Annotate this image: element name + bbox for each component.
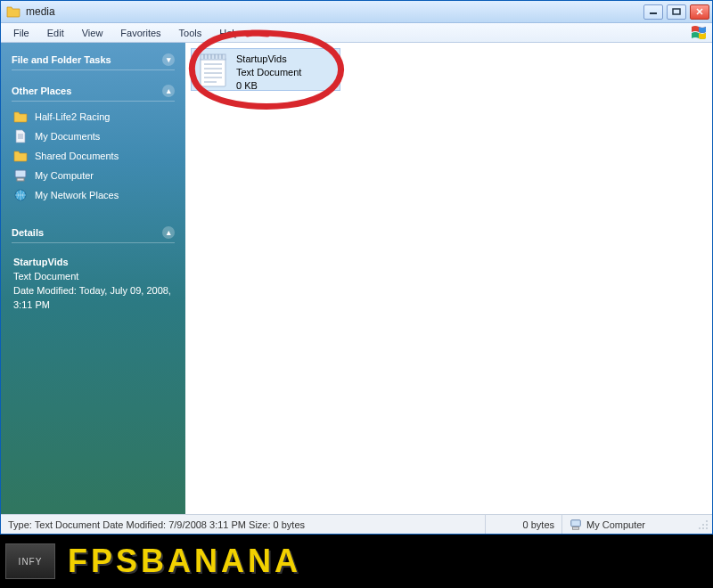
sidebar-item-label: Half-Life2 Racing — [35, 111, 110, 122]
sidebar-header-places[interactable]: Other Places ▴ — [12, 85, 175, 102]
status-left: Type: Text Document Date Modified: 7/9/2… — [1, 515, 486, 534]
menu-help[interactable]: Help — [210, 25, 249, 41]
document-icon — [13, 129, 28, 143]
menu-view[interactable]: View — [73, 25, 112, 41]
status-location: My Computer — [562, 515, 696, 534]
svg-rect-19 — [573, 527, 579, 529]
sidebar-item-mydocuments[interactable]: My Documents — [12, 127, 175, 146]
sidebar-item-label: My Network Places — [35, 190, 119, 200]
folder-icon — [13, 149, 28, 163]
svg-rect-18 — [571, 519, 581, 526]
sidebar-item-hl2racing[interactable]: Half-Life2 Racing — [12, 107, 175, 127]
sidebar-item-label: My Computer — [35, 170, 94, 181]
network-icon — [13, 188, 28, 202]
title-bar[interactable]: media — [1, 1, 712, 23]
status-bar: Type: Text Document Date Modified: 7/9/2… — [1, 514, 712, 534]
sidebar-section-tasks: File and Folder Tasks ▾ — [1, 48, 185, 79]
sidebar-item-label: My Documents — [35, 131, 100, 142]
sidebar-header-details[interactable]: Details ▴ — [12, 226, 175, 243]
chevron-up-icon: ▴ — [162, 85, 175, 97]
svg-rect-0 — [650, 12, 657, 14]
footer-brand: FPSBANANA — [68, 543, 301, 580]
chevron-down-icon: ▾ — [162, 53, 175, 66]
svg-point-25 — [706, 527, 708, 529]
sidebar-header-label: Details — [12, 227, 44, 238]
details-file-name: StartupVids — [13, 256, 173, 270]
sidebar-header-tasks[interactable]: File and Folder Tasks ▾ — [12, 53, 175, 70]
menu-tools[interactable]: Tools — [170, 25, 211, 41]
computer-icon — [570, 519, 582, 531]
folder-icon — [6, 4, 20, 19]
sidebar-panel: File and Folder Tasks ▾ Other Places ▴ H… — [1, 43, 185, 514]
menu-file[interactable]: File — [4, 25, 38, 41]
sidebar-details-content: StartupVids Text Document Date Modified:… — [1, 252, 185, 316]
menu-favorites[interactable]: Favorites — [111, 25, 169, 41]
sidebar-header-label: Other Places — [12, 86, 71, 96]
svg-point-21 — [702, 524, 704, 526]
text-document-icon — [197, 53, 229, 88]
window-title: media — [26, 5, 643, 18]
file-list-area[interactable]: StartupVids Text Document 0 KB — [185, 43, 712, 514]
minimize-button[interactable] — [643, 4, 663, 20]
window-body: File and Folder Tasks ▾ Other Places ▴ H… — [1, 43, 712, 514]
window-controls — [643, 4, 709, 20]
sidebar-item-network[interactable]: My Network Places — [12, 185, 175, 205]
status-bytes: 0 bytes — [486, 515, 562, 534]
svg-rect-2 — [15, 170, 26, 177]
close-button[interactable] — [690, 4, 709, 20]
svg-point-23 — [699, 527, 701, 529]
sidebar-item-label: Shared Documents — [35, 151, 119, 161]
svg-rect-1 — [673, 9, 680, 14]
folder-icon — [13, 110, 28, 124]
details-file-type: Text Document — [13, 270, 173, 284]
footer-banner: INFY FPSBANANA — [0, 535, 713, 588]
sidebar-places-list: Half-Life2 Racing My Documents Shared Do… — [12, 107, 175, 205]
svg-point-22 — [706, 524, 708, 526]
footer-badge: INFY — [5, 543, 55, 579]
chevron-up-icon: ▴ — [162, 226, 175, 239]
sidebar-section-details: Details ▴ — [1, 221, 185, 252]
sidebar-item-mycomputer[interactable]: My Computer — [12, 166, 175, 185]
status-location-label: My Computer — [586, 519, 645, 530]
windows-flag-icon — [691, 26, 707, 40]
resize-grip-icon[interactable] — [696, 518, 710, 532]
svg-rect-3 — [17, 178, 24, 181]
svg-point-20 — [706, 520, 708, 522]
maximize-button[interactable] — [667, 4, 686, 20]
file-item-startupvids[interactable]: StartupVids Text Document 0 KB — [191, 48, 340, 91]
menu-bar: File Edit View Favorites Tools Help — [1, 23, 712, 43]
sidebar-item-shareddocs[interactable]: Shared Documents — [12, 146, 175, 166]
sidebar-section-places: Other Places ▴ Half-Life2 Racing My Docu… — [1, 79, 185, 208]
sidebar-header-label: File and Folder Tasks — [12, 54, 111, 65]
explorer-window: media File Edit View Favorites Tools Hel… — [0, 0, 713, 535]
menu-edit[interactable]: Edit — [38, 25, 73, 41]
details-file-modified: Date Modified: Today, July 09, 2008, 3:1… — [13, 284, 173, 313]
computer-icon — [13, 168, 28, 183]
svg-point-24 — [702, 527, 704, 529]
file-item-text: StartupVids Text Document 0 KB — [236, 53, 301, 86]
file-type: Text Document — [236, 66, 301, 79]
file-name: StartupVids — [236, 53, 301, 66]
file-size: 0 KB — [236, 79, 301, 93]
